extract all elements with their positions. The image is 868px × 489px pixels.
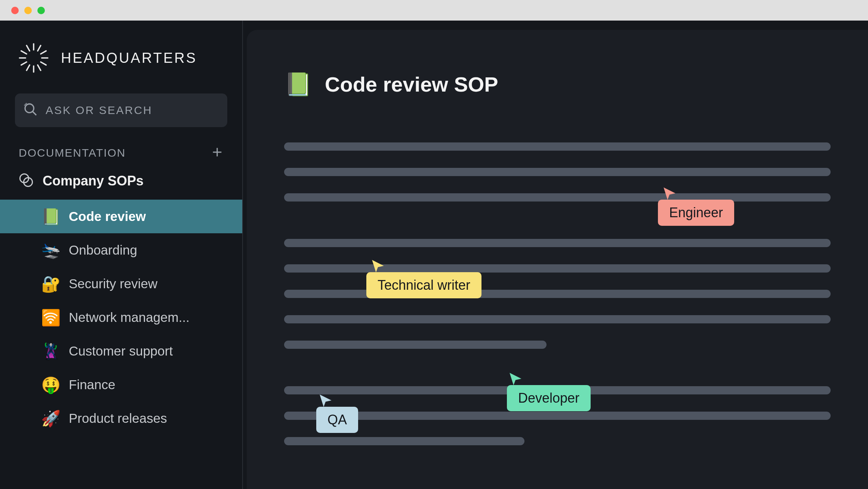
- placeholder-line: [284, 142, 831, 151]
- svg-line-4: [41, 62, 46, 65]
- presence-cursor-technical-writer: Technical writer: [366, 258, 481, 298]
- placeholder-line: [284, 315, 831, 323]
- svg-line-13: [33, 111, 36, 115]
- svg-line-1: [38, 46, 41, 51]
- brand-logo-icon: [17, 41, 50, 75]
- sidebar-item-label: Onboarding: [69, 243, 137, 258]
- sidebar-item-product-releases[interactable]: 🚀 Product releases: [0, 402, 242, 435]
- brand-title: HEADQUARTERS: [61, 50, 197, 66]
- sidebar-item-label: Finance: [69, 377, 116, 392]
- document-canvas[interactable]: 📗 Code review SOP: [247, 30, 868, 489]
- sidebar-item-label: Product releases: [69, 411, 167, 426]
- svg-line-7: [27, 65, 30, 70]
- sidebar-space[interactable]: Company SOPs: [0, 167, 242, 200]
- rocket-icon: 🚀: [41, 409, 59, 428]
- cursor-icon: [508, 371, 523, 387]
- wifi-icon: 🛜: [41, 308, 59, 327]
- svg-line-11: [27, 46, 30, 51]
- placeholder-line: [284, 341, 547, 349]
- presence-cursor-engineer: Engineer: [658, 185, 734, 226]
- sidebar-nav: 📗 Code review 🛬 Onboarding 🔐 Security re…: [0, 200, 242, 435]
- sidebar-section-header: DOCUMENTATION: [0, 146, 242, 167]
- svg-point-12: [25, 104, 34, 113]
- svg-line-2: [41, 51, 46, 54]
- svg-line-5: [38, 65, 41, 70]
- brand: HEADQUARTERS: [0, 34, 242, 93]
- placeholder-line: [284, 437, 524, 445]
- svg-line-10: [21, 51, 27, 54]
- sidebar-item-customer-support[interactable]: 🦹 Customer support: [0, 334, 242, 368]
- svg-line-8: [21, 62, 27, 65]
- sidebar-item-code-review[interactable]: 📗 Code review: [0, 200, 242, 233]
- page-title[interactable]: Code review SOP: [325, 72, 498, 96]
- presence-label: Engineer: [658, 200, 734, 226]
- sidebar-space-label: Company SOPs: [43, 173, 144, 189]
- search-icon: [23, 102, 38, 119]
- placeholder-line: [284, 239, 831, 247]
- presence-label: Technical writer: [366, 272, 481, 298]
- app-window: HEADQUARTERS ASK OR SEARCH DOCUMENTATION: [0, 0, 868, 489]
- presence-label: Developer: [507, 385, 591, 411]
- window-titlebar: [0, 0, 868, 21]
- placeholder-line: [284, 193, 831, 202]
- sidebar-item-label: Network managem...: [69, 310, 190, 325]
- cursor-icon: [662, 185, 677, 201]
- sidebar-item-label: Customer support: [69, 344, 173, 359]
- book-icon: 📗: [41, 207, 59, 226]
- cursor-icon: [318, 393, 333, 408]
- cursor-icon: [370, 258, 386, 274]
- window-minimize-button[interactable]: [24, 7, 32, 14]
- sidebar-item-security-review[interactable]: 🔐 Security review: [0, 267, 242, 301]
- presence-label: QA: [316, 407, 358, 433]
- sidebar-item-onboarding[interactable]: 🛬 Onboarding: [0, 233, 242, 267]
- search-placeholder: ASK OR SEARCH: [46, 104, 153, 117]
- sidebar-item-label: Security review: [69, 276, 157, 291]
- page-emoji-icon[interactable]: 📗: [284, 71, 312, 98]
- search-input[interactable]: ASK OR SEARCH: [15, 93, 227, 127]
- placeholder-line: [284, 168, 831, 176]
- sidebar-item-label: Code review: [69, 209, 146, 224]
- page-header: 📗 Code review SOP: [284, 71, 831, 98]
- window-maximize-button[interactable]: [37, 7, 45, 14]
- money-face-icon: 🤑: [41, 376, 59, 394]
- person-icon: 🦹: [41, 342, 59, 360]
- sidebar-item-finance[interactable]: 🤑 Finance: [0, 368, 242, 402]
- lock-icon: 🔐: [41, 275, 59, 293]
- sidebar: HEADQUARTERS ASK OR SEARCH DOCUMENTATION: [0, 21, 243, 489]
- sidebar-item-network-management[interactable]: 🛜 Network managem...: [0, 301, 242, 334]
- plane-icon: 🛬: [41, 241, 59, 259]
- window-close-button[interactable]: [11, 7, 19, 14]
- space-icon: [19, 173, 34, 189]
- placeholder-line: [284, 412, 831, 420]
- add-page-button[interactable]: [211, 146, 224, 160]
- presence-cursor-developer: Developer: [507, 371, 591, 411]
- sidebar-section-title: DOCUMENTATION: [19, 147, 126, 159]
- app-body: HEADQUARTERS ASK OR SEARCH DOCUMENTATION: [0, 21, 868, 489]
- presence-cursor-qa: QA: [316, 393, 358, 433]
